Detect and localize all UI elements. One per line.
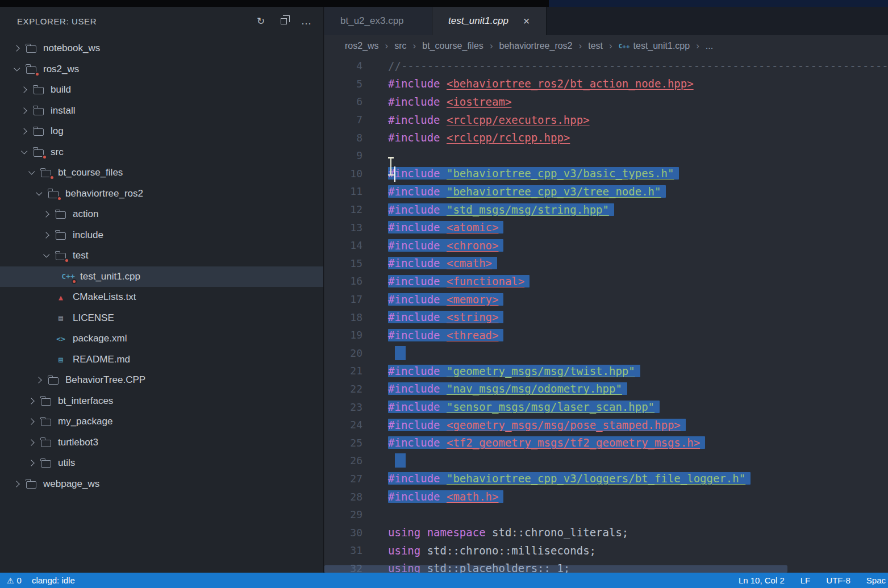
- chevron-right-icon[interactable]: [24, 457, 39, 469]
- tree-item-src[interactable]: src: [0, 142, 323, 163]
- tree-item-my_package[interactable]: my_package: [0, 411, 323, 432]
- eol-indicator[interactable]: LF: [801, 576, 811, 585]
- code-line-30[interactable]: 30using namespace std::chrono_literals;: [324, 523, 888, 541]
- chevron-right-icon[interactable]: [16, 84, 31, 95]
- chevron-right-icon[interactable]: [31, 374, 46, 386]
- chevron-down-icon[interactable]: [9, 64, 24, 75]
- code-line-27[interactable]: 27#include "behaviortree_cpp_v3/loggers/…: [324, 470, 888, 488]
- code-line-12[interactable]: 12#include "std_msgs/msg/string.hpp": [324, 201, 888, 219]
- code-line-31[interactable]: 31using std::chrono::milliseconds;: [324, 541, 888, 560]
- token: namespace: [427, 526, 486, 539]
- indentation-indicator[interactable]: Spac: [866, 576, 886, 585]
- code-line-8[interactable]: 8#include <rclcpp/rclcpp.hpp>: [324, 128, 888, 147]
- chevron-right-icon[interactable]: [24, 437, 39, 448]
- tree-item-bt_course_files[interactable]: bt_course_files: [0, 162, 323, 184]
- code-line-17[interactable]: 17#include <memory>: [324, 290, 888, 308]
- chevron-right-icon[interactable]: [24, 416, 39, 427]
- chevron-down-icon[interactable]: [39, 250, 53, 261]
- code-line-26[interactable]: 26: [324, 452, 888, 470]
- code-line-4[interactable]: 4//-------------------------------------…: [324, 57, 888, 75]
- token: [440, 95, 447, 108]
- code-line-19[interactable]: 19#include <thread>: [324, 326, 888, 344]
- horizontal-scrollbar[interactable]: [324, 565, 787, 573]
- tree-item-webpage_ws[interactable]: webpage_ws: [0, 474, 323, 495]
- collapse-folders-icon[interactable]: [276, 14, 291, 28]
- code-line-18[interactable]: 18#include <string>: [324, 308, 888, 326]
- token: #include: [388, 382, 440, 395]
- code-line-11[interactable]: 11#include "behaviortree_cpp_v3/tree_nod…: [324, 182, 888, 201]
- tab-test_unit1.cpp[interactable]: test_unit1.cpp×: [432, 7, 547, 35]
- breadcrumb-item-behaviortree_ros2[interactable]: behaviortree_ros2: [499, 41, 573, 51]
- token: <memory>: [447, 293, 499, 306]
- code-line-23[interactable]: 23#include "sensor_msgs/msg/laser_scan.h…: [324, 398, 888, 416]
- tree-item-action[interactable]: action: [0, 204, 323, 225]
- chevron-right-icon[interactable]: [24, 395, 39, 407]
- code-line-16[interactable]: 16#include <functional>: [324, 272, 888, 290]
- indent-spacer: [39, 354, 53, 365]
- more-actions-icon[interactable]: …: [298, 14, 314, 28]
- tree-item-package.xml[interactable]: <>package.xml: [0, 328, 323, 349]
- clangd-status[interactable]: clangd: idle: [32, 576, 75, 585]
- code-line-15[interactable]: 15#include <cmath>: [324, 255, 888, 273]
- code-line-28[interactable]: 28#include <math.h>: [324, 487, 888, 506]
- tree-item-test[interactable]: test: [0, 245, 323, 266]
- tree-item-log[interactable]: log: [0, 121, 323, 142]
- breadcrumb-item-ros2_ws[interactable]: ros2_ws: [345, 41, 379, 51]
- tab-bt_u2_ex3.cpp[interactable]: bt_u2_ex3.cpp: [324, 7, 432, 35]
- tree-item-CMakeLists.txt[interactable]: ▲CMakeLists.txt: [0, 287, 323, 308]
- tree-item-ros2_ws[interactable]: ros2_ws: [0, 59, 323, 80]
- cursor-position-indicator[interactable]: Ln 10, Col 2: [739, 576, 785, 585]
- breadcrumb-item-...[interactable]: ...: [706, 41, 713, 51]
- breadcrumb-item-test[interactable]: test: [588, 41, 603, 51]
- breadcrumb-item-bt_course_files[interactable]: bt_course_files: [422, 41, 483, 51]
- chevron-down-icon[interactable]: [16, 147, 31, 158]
- chevron-right-icon[interactable]: [16, 126, 31, 137]
- code-line-6[interactable]: 6#include <iostream>: [324, 93, 888, 111]
- chevron-right-icon[interactable]: [9, 43, 24, 54]
- code-line-13[interactable]: 13#include <atomic>: [324, 218, 888, 236]
- code-line-5[interactable]: 5#include <behaviortree_ros2/bt_action_n…: [324, 75, 888, 93]
- chevron-right-icon[interactable]: [16, 105, 31, 116]
- tree-item-BehaviorTree.CPP[interactable]: BehaviorTree.CPP: [0, 370, 323, 391]
- code-line-7[interactable]: 7#include <rclcpp/executors.hpp>: [324, 111, 888, 129]
- breadcrumb-item-src[interactable]: src: [394, 41, 406, 51]
- encoding-indicator[interactable]: UTF-8: [826, 576, 851, 585]
- tree-item-utils[interactable]: utils: [0, 453, 323, 474]
- chevron-down-icon[interactable]: [24, 167, 39, 178]
- line-number: 26: [324, 454, 362, 466]
- tree-item-bt_interfaces[interactable]: bt_interfaces: [0, 391, 323, 412]
- line-number: 10: [324, 168, 362, 180]
- tree-item-behaviortree_ros2[interactable]: behaviortree_ros2: [0, 184, 323, 205]
- code-lines[interactable]: 4//-------------------------------------…: [324, 57, 888, 573]
- tree-item-LICENSE[interactable]: ▤LICENSE: [0, 308, 323, 329]
- tree-item-turtlebot3[interactable]: turtlebot3: [0, 432, 323, 453]
- tree-item-README.md[interactable]: ▤README.md: [0, 349, 323, 370]
- tree-item-build[interactable]: build: [0, 80, 323, 101]
- code-line-25[interactable]: 25#include <tf2_geometry_msgs/tf2_geomet…: [324, 433, 888, 452]
- code-line-14[interactable]: 14#include <chrono>: [324, 236, 888, 255]
- collapse-folders-glyph: [281, 18, 287, 24]
- code-line-10[interactable]: 10#include "behaviortree_cpp_v3/basic_ty…: [324, 165, 888, 183]
- code-line-22[interactable]: 22#include "nav_msgs/msg/odometry.hpp": [324, 380, 888, 398]
- close-icon[interactable]: ×: [523, 15, 530, 27]
- code-line-24[interactable]: 24#include <geometry_msgs/msg/pose_stamp…: [324, 416, 888, 434]
- code-line-29[interactable]: 29: [324, 506, 888, 524]
- code-line-20[interactable]: 20: [324, 344, 888, 362]
- code-line-21[interactable]: 21#include "geometry_msgs/msg/twist.hpp": [324, 362, 888, 380]
- breadcrumb-item-test_unit1.cpp[interactable]: C++test_unit1.cpp: [619, 41, 690, 51]
- tree-item-install[interactable]: install: [0, 101, 323, 122]
- token: "behaviortree_cpp_v3/tree_node.h": [447, 185, 661, 198]
- tree-item-test_unit1.cpp[interactable]: C++test_unit1.cpp: [0, 266, 323, 287]
- explorer-header-actions: ↻ …: [253, 14, 314, 28]
- folder-icon: [39, 395, 53, 407]
- chevron-right-icon[interactable]: [39, 230, 53, 241]
- code-line-9[interactable]: 9: [324, 147, 888, 165]
- tree-item-notebook_ws[interactable]: notebook_ws: [0, 38, 323, 59]
- chevron-right-icon[interactable]: [39, 208, 53, 220]
- token: [440, 77, 447, 90]
- tree-item-include[interactable]: include: [0, 225, 323, 246]
- refresh-icon[interactable]: ↻: [253, 14, 269, 28]
- problems-indicator[interactable]: ⚠ 0: [7, 576, 22, 585]
- chevron-down-icon[interactable]: [31, 188, 46, 199]
- chevron-right-icon[interactable]: [9, 478, 24, 490]
